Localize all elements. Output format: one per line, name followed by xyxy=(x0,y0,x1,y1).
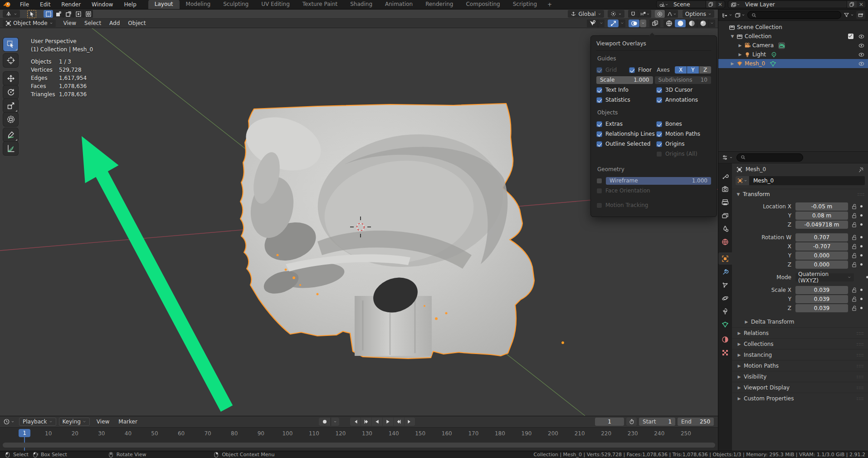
outliner-display-mode-icon[interactable] xyxy=(722,12,732,18)
expand-arrow-icon[interactable]: ▶ xyxy=(730,61,735,66)
prev-keyframe-button[interactable] xyxy=(361,418,371,426)
animate-dot-icon[interactable] xyxy=(860,289,863,291)
proportional-editing-icon[interactable] xyxy=(655,10,665,18)
menu-help[interactable]: Help xyxy=(118,0,141,9)
lock-icon[interactable] xyxy=(851,234,857,240)
origins-all-checkbox[interactable]: Origins (All) xyxy=(656,151,697,157)
animate-dot-icon[interactable] xyxy=(866,276,868,278)
animate-dot-icon[interactable] xyxy=(860,223,863,226)
motion-paths-checkbox[interactable]: Motion Paths xyxy=(656,131,700,137)
axis-y-toggle[interactable]: Y xyxy=(687,66,699,74)
lock-icon[interactable] xyxy=(851,305,857,311)
mode-dropdown[interactable]: Object Mode xyxy=(3,20,56,27)
animate-dot-icon[interactable] xyxy=(860,307,863,309)
menu-file[interactable]: File xyxy=(15,0,34,9)
view-layer-name[interactable]: View Layer xyxy=(742,1,847,8)
section-delta-transform[interactable]: ▶Delta Transform xyxy=(732,316,868,327)
properties-tab-particles[interactable] xyxy=(718,279,732,291)
properties-tab-texture[interactable] xyxy=(718,346,732,359)
properties-tab-modifiers[interactable] xyxy=(718,266,732,278)
section-collections[interactable]: ▶Collections:::: xyxy=(732,338,868,349)
blender-logo-icon[interactable] xyxy=(0,0,15,9)
mode-label[interactable]: Object Mode xyxy=(13,20,48,26)
add-workspace-button[interactable]: + xyxy=(543,0,556,9)
expand-arrow-icon[interactable]: ▶ xyxy=(737,52,743,57)
orientation-label[interactable]: Global xyxy=(578,11,595,17)
bones-checkbox[interactable]: Bones xyxy=(656,121,682,127)
workspace-tab-modeling[interactable]: Modeling xyxy=(180,0,217,9)
viewport-menu-object[interactable]: Object xyxy=(124,20,150,26)
animate-dot-icon[interactable] xyxy=(860,263,863,266)
visibility-eye-icon[interactable] xyxy=(858,61,865,67)
properties-tab-constraints[interactable] xyxy=(718,305,732,317)
play-reverse-button[interactable] xyxy=(372,418,382,426)
workspace-tab-rendering[interactable]: Rendering xyxy=(419,0,459,9)
animate-dot-icon[interactable] xyxy=(860,254,863,256)
menu-edit[interactable]: Edit xyxy=(34,0,56,9)
select-mode-invert-icon[interactable] xyxy=(73,10,83,18)
tool-move-button[interactable] xyxy=(3,72,18,85)
section-instancing[interactable]: ▶Instancing:::: xyxy=(732,349,868,360)
timeline-menu-marker[interactable]: Marker xyxy=(114,419,141,425)
tool-select-box-button[interactable] xyxy=(3,38,18,51)
workspace-tab-scripting[interactable]: Scripting xyxy=(507,0,543,9)
workspace-tab-shading[interactable]: Shading xyxy=(344,0,379,9)
outliner-filter-type-icon[interactable] xyxy=(735,12,745,18)
outliner-filter-icon[interactable] xyxy=(844,12,854,18)
properties-tab-object[interactable] xyxy=(718,252,732,265)
tool-measure-button[interactable] xyxy=(3,142,18,155)
properties-editor-type-icon[interactable] xyxy=(722,154,733,161)
3d-cursor-checkbox[interactable]: 3D Cursor xyxy=(656,87,692,93)
object-data-dropdown[interactable] xyxy=(736,176,750,185)
play-button[interactable] xyxy=(383,418,393,426)
properties-search-input[interactable] xyxy=(736,153,803,162)
pin-icon[interactable] xyxy=(858,167,864,172)
properties-tab-physics[interactable] xyxy=(718,292,732,304)
pivot-point-dropdown[interactable] xyxy=(608,10,624,18)
frame-start-field[interactable]: Start1 xyxy=(639,418,675,426)
lock-icon[interactable] xyxy=(851,243,857,249)
drag-handle-icon[interactable]: :::: xyxy=(858,192,865,197)
properties-tab-render[interactable] xyxy=(718,183,732,195)
jump-to-start-button[interactable] xyxy=(350,418,361,426)
view-layer-selector[interactable]: View Layer ✕ xyxy=(728,0,866,8)
viewport-menu-add[interactable]: Add xyxy=(105,20,124,26)
field-z[interactable]: -0.049718 m xyxy=(795,221,848,229)
section-custom-properties[interactable]: ▶Custom Properties:::: xyxy=(732,393,868,404)
field-y[interactable]: 0.039 xyxy=(795,295,848,303)
workspace-tab-animation[interactable]: Animation xyxy=(379,0,419,9)
active-tool-select-box-icon[interactable] xyxy=(27,10,36,18)
visibility-eye-icon[interactable] xyxy=(858,43,865,49)
viewport-menu-select[interactable]: Select xyxy=(80,20,105,26)
grid-checkbox[interactable]: Grid xyxy=(596,67,617,73)
gizmos-dropdown[interactable] xyxy=(619,20,625,27)
floor-checkbox[interactable]: Floor xyxy=(629,67,652,73)
lock-icon[interactable] xyxy=(851,287,857,293)
scene-icon[interactable] xyxy=(657,1,671,8)
editor-type-3d-viewport-icon[interactable] xyxy=(3,10,20,18)
properties-tab-world[interactable] xyxy=(718,236,732,248)
properties-tab-scene[interactable] xyxy=(718,222,732,235)
workspace-tab-sculpting[interactable]: Sculpting xyxy=(217,0,255,9)
visibility-eye-icon[interactable] xyxy=(858,34,865,39)
animate-dot-icon[interactable] xyxy=(860,205,863,207)
workspace-tab-layout[interactable]: Layout xyxy=(148,0,180,9)
menu-window[interactable]: Window xyxy=(86,0,118,9)
xray-toggle[interactable] xyxy=(649,20,660,27)
axis-z-toggle[interactable]: Z xyxy=(699,66,711,74)
shading-wireframe-toggle[interactable] xyxy=(663,20,674,27)
frame-end-field[interactable]: End250 xyxy=(678,418,714,426)
timeline-menu-playback[interactable]: Playback xyxy=(19,418,56,426)
annotations-checkbox[interactable]: Annotations xyxy=(656,97,698,103)
shading-solid-toggle[interactable] xyxy=(675,20,686,27)
shading-material-toggle[interactable] xyxy=(686,20,697,27)
tool-scale-button[interactable] xyxy=(3,99,18,113)
overlays-dropdown[interactable] xyxy=(640,20,646,27)
field-y[interactable]: 0.08 m xyxy=(795,212,848,220)
object-types-visibility-toggle[interactable] xyxy=(587,20,598,27)
properties-tab-output[interactable] xyxy=(718,196,732,208)
properties-tab-object-data[interactable] xyxy=(718,318,732,330)
lock-icon[interactable] xyxy=(851,252,857,258)
field-rotation-w[interactable]: 0.707 xyxy=(795,233,848,241)
outliner-item-camera[interactable]: ▶Camera xyxy=(718,41,868,50)
